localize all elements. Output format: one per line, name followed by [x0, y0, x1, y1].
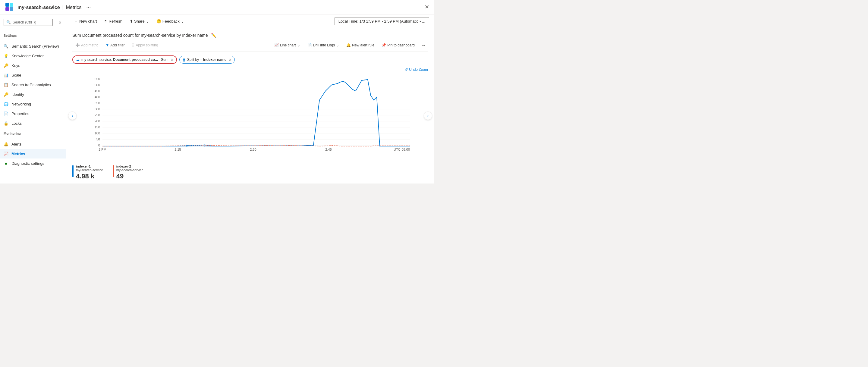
new-chart-label: New chart: [79, 19, 97, 24]
sidebar-item-search-traffic[interactable]: 📋 Search traffic analytics: [0, 80, 66, 90]
legend-value-indexer2: 49: [116, 172, 144, 180]
monitoring-section-label: Monitoring: [0, 128, 66, 136]
sidebar-label-semantic-search: Semantic Search (Preview): [11, 44, 59, 49]
svg-text:250: 250: [95, 113, 100, 117]
svg-text:2:30: 2:30: [250, 148, 256, 151]
content-area: ＋ New chart ↻ Refresh ⬆ Share ⌄ 🙂 Feedba…: [66, 14, 434, 183]
settings-section-label: Settings: [0, 30, 66, 38]
chart-container: Sum Document processed count for my-sear…: [66, 28, 434, 183]
svg-text:200: 200: [95, 119, 100, 123]
sidebar-label-search-traffic: Search traffic analytics: [11, 83, 51, 87]
metric-pill-close[interactable]: ×: [171, 57, 173, 62]
chart-legend: indexer-1 my-search-service 4.98 k index…: [72, 162, 428, 180]
sidebar-label-properties: Properties: [11, 112, 29, 116]
tags-row: ☁ my-search-service. Document processed …: [72, 56, 428, 64]
new-alert-button[interactable]: 🔔 New alert rule: [343, 42, 377, 49]
sidebar-item-semantic-search[interactable]: 🔍 Semantic Search (Preview): [0, 41, 66, 51]
sidebar-label-identity: Identity: [11, 92, 24, 97]
svg-text:2:15: 2:15: [175, 148, 181, 151]
filter-icon: ▼: [105, 43, 109, 47]
split-pill-close[interactable]: ×: [229, 57, 231, 62]
top-header: my-search-service | Metrics ··· Search s…: [0, 0, 434, 14]
sidebar-item-keys[interactable]: 🔑 Keys: [0, 61, 66, 70]
svg-rect-1: [10, 3, 13, 7]
scale-icon: 📊: [4, 72, 8, 78]
add-metric-icon: ➕: [75, 43, 80, 47]
sidebar-item-knowledge-center[interactable]: 💡 Knowledge Center: [0, 51, 66, 61]
sidebar-item-scale[interactable]: 📊 Scale: [0, 70, 66, 80]
add-filter-button[interactable]: ▼ Add filter: [102, 42, 127, 49]
metric-toolbar-right: 📈 Line chart ⌄ 📄 Drill into Logs ⌄ 🔔 New…: [271, 42, 428, 49]
search-traffic-icon: 📋: [4, 82, 8, 87]
metric-tag-pill: ☁ my-search-service. Document processed …: [72, 56, 177, 64]
legend-item-indexer2: indexer-2 my-search-service 49: [113, 164, 144, 180]
legend-info-indexer2: indexer-2 my-search-service 49: [116, 164, 144, 180]
more-options-button[interactable]: ···: [419, 42, 428, 49]
sidebar-item-networking[interactable]: 🌐 Networking: [0, 99, 66, 109]
time-range-label: Local Time: 1/3 1:59 PM - 2:59 PM (Autom…: [338, 19, 425, 24]
search-icon: 🔍: [6, 20, 11, 24]
svg-text:400: 400: [95, 95, 100, 99]
svg-text:150: 150: [95, 125, 100, 129]
apply-splitting-label: Apply splitting: [136, 43, 158, 47]
legend-name-indexer1: indexer-1: [76, 164, 103, 168]
refresh-icon: ↻: [104, 19, 107, 24]
chart-nav-left[interactable]: ‹: [68, 112, 76, 120]
metrics-icon: 📈: [4, 151, 8, 156]
line-chart-button[interactable]: 📈 Line chart ⌄: [271, 42, 303, 49]
knowledge-center-icon: 💡: [4, 53, 8, 58]
sidebar-label-diagnostic: Diagnostic settings: [11, 161, 44, 166]
collapse-sidebar-button[interactable]: «: [56, 19, 64, 26]
drill-logs-button[interactable]: 📄 Drill into Logs ⌄: [304, 42, 342, 49]
feedback-button[interactable]: 🙂 Feedback ⌄: [153, 18, 187, 25]
sidebar-item-alerts[interactable]: 🔔 Alerts: [0, 139, 66, 149]
line-chart-chevron-icon: ⌄: [297, 43, 300, 47]
sidebar-label-keys: Keys: [11, 63, 20, 68]
line-chart-label: Line chart: [280, 43, 296, 47]
undo-zoom-button[interactable]: ↺ Undo Zoom: [405, 67, 428, 72]
properties-icon: 📄: [4, 111, 8, 116]
sidebar-item-identity[interactable]: 🔑 Identity: [0, 90, 66, 99]
add-metric-button[interactable]: ➕ Add metric: [72, 42, 101, 49]
svg-text:2:45: 2:45: [325, 148, 332, 151]
toolbar: ＋ New chart ↻ Refresh ⬆ Share ⌄ 🙂 Feedba…: [66, 14, 434, 28]
alerts-icon: 🔔: [4, 142, 8, 147]
apply-splitting-button[interactable]: ⣿ Apply splitting: [129, 42, 161, 49]
drill-logs-label: Drill into Logs: [313, 43, 335, 47]
legend-color-indexer2: [113, 165, 114, 177]
refresh-button[interactable]: ↻ Refresh: [101, 18, 126, 25]
sidebar-label-knowledge-center: Knowledge Center: [11, 54, 44, 58]
pin-dashboard-button[interactable]: 📌 Pin to dashboard: [378, 42, 418, 49]
sidebar-item-locks[interactable]: 🔒 Locks: [0, 118, 66, 128]
split-icon: ⣿: [132, 43, 135, 47]
share-button[interactable]: ⬆ Share ⌄: [127, 18, 152, 25]
pin-dashboard-label: Pin to dashboard: [387, 43, 415, 47]
sidebar-item-properties[interactable]: 📄 Properties: [0, 109, 66, 118]
svg-text:50: 50: [96, 137, 100, 141]
sidebar-item-metrics[interactable]: 📈 Metrics: [0, 149, 66, 158]
search-input[interactable]: [13, 20, 50, 24]
main-layout: 🔍 « Settings 🔍 Semantic Search (Preview)…: [0, 14, 434, 183]
new-chart-button[interactable]: ＋ New chart: [71, 17, 100, 25]
undo-zoom-icon: ↺: [405, 67, 408, 72]
close-button[interactable]: ✕: [425, 4, 429, 10]
alert-icon: 🔔: [346, 43, 351, 47]
chart-nav-right[interactable]: ›: [424, 112, 432, 120]
edit-title-icon[interactable]: ✏️: [211, 33, 216, 38]
legend-info-indexer1: indexer-1 my-search-service 4.98 k: [76, 164, 103, 180]
pin-icon: 📌: [381, 43, 386, 47]
sidebar-label-metrics: Metrics: [11, 152, 25, 156]
undo-zoom-container: ↺ Undo Zoom: [72, 67, 428, 72]
subtitle: Search service: [30, 6, 91, 10]
legend-color-indexer1: [72, 165, 73, 177]
svg-rect-3: [10, 7, 13, 11]
sidebar-item-diagnostic[interactable]: ■ Diagnostic settings: [0, 158, 66, 168]
svg-text:100: 100: [95, 131, 100, 135]
svg-text:500: 500: [95, 83, 100, 87]
networking-icon: 🌐: [4, 101, 8, 106]
sidebar-search[interactable]: 🔍: [4, 19, 53, 26]
time-range-button[interactable]: Local Time: 1/3 1:59 PM - 2:59 PM (Autom…: [335, 17, 429, 25]
svg-text:350: 350: [95, 101, 100, 105]
sidebar: 🔍 « Settings 🔍 Semantic Search (Preview)…: [0, 14, 66, 183]
diagnostic-icon: ■: [4, 161, 8, 166]
